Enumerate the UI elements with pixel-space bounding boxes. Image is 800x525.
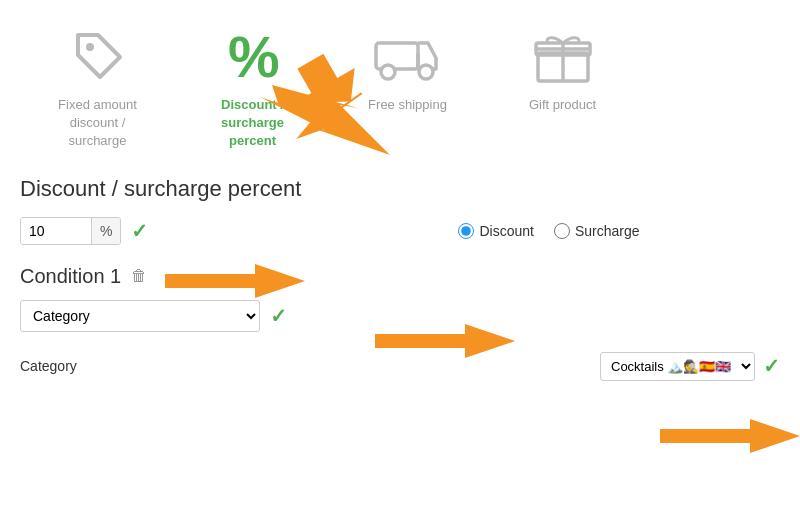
percent-input-wrap: %: [20, 217, 121, 245]
section-title: Discount / surcharge percent: [20, 176, 780, 202]
category-check-icon: ✓: [763, 354, 780, 378]
discount-radio[interactable]: [458, 223, 474, 239]
free-shipping-label: Free shipping: [368, 96, 447, 114]
svg-point-4: [419, 65, 433, 79]
surcharge-radio-text: Surcharge: [575, 223, 640, 239]
category-select-wrap: Cocktails 🏔️🕵️🇪🇸🇬🇧 ✓: [600, 352, 780, 381]
discount-percent-label: Discount / surcharge percent: [221, 96, 284, 151]
gift-product-icon: [528, 20, 598, 90]
category-row: Category Cocktails 🏔️🕵️🇪🇸🇬🇧 ✓: [20, 352, 780, 381]
gift-product-label: Gift product: [529, 96, 596, 114]
category-select[interactable]: Cocktails 🏔️🕵️🇪🇸🇬🇧: [600, 352, 755, 381]
fixed-amount-icon: [63, 20, 133, 90]
svg-point-0: [86, 43, 94, 51]
condition-row: Condition 1 🗑: [20, 265, 780, 288]
icon-item-free-shipping[interactable]: Free shipping: [330, 10, 485, 124]
main-content: Discount / surcharge percent % ✓ Discoun…: [0, 171, 800, 391]
percent-symbol: %: [91, 218, 120, 244]
icon-item-discount-percent[interactable]: % Discount / surcharge percent: [175, 10, 330, 161]
icon-item-fixed-amount[interactable]: Fixed amount discount / surcharge: [20, 10, 175, 161]
category-label: Category: [20, 358, 100, 374]
arrow4-group: [660, 419, 800, 453]
radio-group: Discount Surcharge: [458, 223, 639, 239]
surcharge-radio[interactable]: [554, 223, 570, 239]
icon-item-gift-product[interactable]: Gift product: [485, 10, 640, 124]
svg-marker-13: [660, 419, 800, 453]
discount-radio-text: Discount: [479, 223, 533, 239]
discount-radio-label[interactable]: Discount: [458, 223, 533, 239]
svg-text:%: %: [228, 25, 280, 85]
svg-point-3: [381, 65, 395, 79]
percent-row: % ✓ Discount Surcharge: [20, 217, 780, 245]
icon-row: Fixed amount discount / surcharge % Disc…: [0, 0, 800, 171]
dropdown-check-icon: ✓: [270, 304, 287, 328]
condition-dropdown[interactable]: Category Price Quantity Product: [20, 300, 260, 332]
svg-rect-2: [376, 43, 418, 69]
condition-title: Condition 1: [20, 265, 121, 288]
dropdown-row: Category Price Quantity Product ✓: [20, 300, 780, 332]
percent-input[interactable]: [21, 218, 91, 244]
free-shipping-icon: [373, 20, 443, 90]
percent-check-icon: ✓: [131, 219, 148, 243]
discount-percent-icon: %: [218, 20, 288, 90]
surcharge-radio-label[interactable]: Surcharge: [554, 223, 640, 239]
trash-icon[interactable]: 🗑: [131, 267, 147, 285]
fixed-amount-label: Fixed amount discount / surcharge: [58, 96, 137, 151]
